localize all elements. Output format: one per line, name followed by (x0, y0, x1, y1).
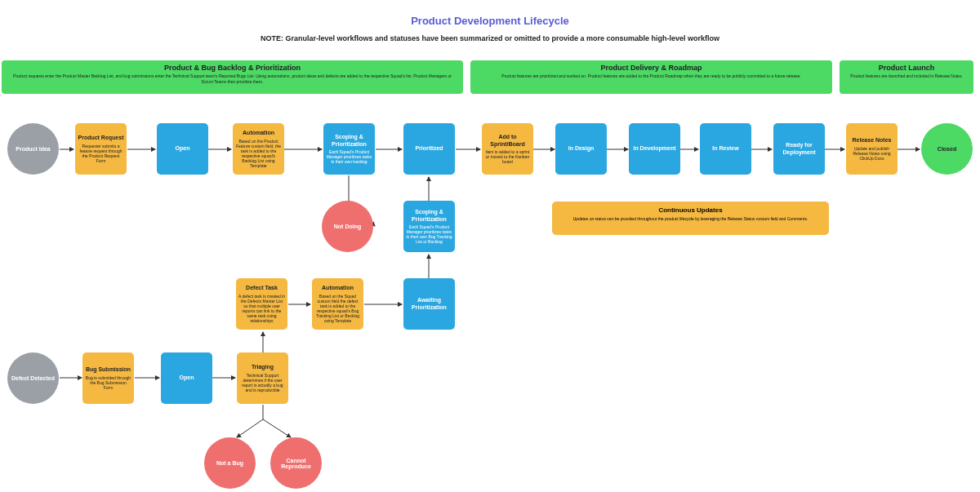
node-closed: Closed (921, 123, 973, 175)
phase-desc: Product requests enter the Product Maste… (8, 73, 457, 84)
node-title: Automation (322, 285, 354, 291)
node-title: Open (180, 375, 194, 381)
node-title: Scoping & Prioritization (406, 209, 452, 223)
node-awaiting: Awaiting Prioritization (403, 278, 455, 330)
node-automation-1: Automation Based on the Product Feature … (233, 123, 284, 175)
node-title: Open (176, 145, 190, 152)
node-in-development: In Development (629, 123, 680, 175)
phase-desc: Product features are launched and includ… (846, 73, 967, 79)
node-scoping-1: Scoping & Prioritization Each Squad's Pr… (323, 123, 375, 175)
node-title: Release Notes (853, 137, 892, 144)
node-desc: Requester submits a feature request thro… (78, 144, 124, 163)
node-scoping-2: Scoping & Prioritization Each Squad's Pr… (403, 201, 455, 252)
node-automation-2: Automation Based on the Squad custom fie… (312, 278, 363, 330)
phase-backlog: Product & Bug Backlog & Prioritization P… (2, 60, 463, 94)
node-title: In Development (633, 145, 675, 152)
node-defect-detected: Defect Detected (7, 352, 59, 404)
node-desc: Technical Support determines if the user… (239, 373, 286, 392)
node-bug-submission: Bug Submission Bug is submitted through … (82, 352, 134, 404)
page-subtitle: NOTE: Granular-level workflows and statu… (0, 34, 980, 42)
page-title: Product Development Lifecycle (0, 15, 980, 27)
node-title: Defect Task (246, 285, 278, 291)
node-desc: Bug is submitted through the Bug Submiss… (85, 375, 131, 390)
node-title: Add to Sprint/Board (484, 134, 531, 148)
node-add-sprint: Add to Sprint/Board Item is added to a s… (482, 123, 533, 175)
node-title: Awaiting Prioritization (406, 297, 452, 311)
phase-title: Product & Bug Backlog & Prioritization (8, 64, 457, 72)
node-desc: Based on the Product Feature custom fiel… (235, 139, 282, 168)
node-desc: Update and publish Release Notes using C… (849, 146, 895, 161)
node-prioritized: Prioritized (403, 123, 455, 175)
node-title: Bug Submission (86, 366, 131, 373)
node-release-notes: Release Notes Update and publish Release… (846, 123, 898, 175)
node-title: Ready for Deployment (776, 142, 822, 156)
node-title: Automation (243, 130, 274, 136)
node-defect-task: Defect Task A defect task is created in … (236, 278, 287, 330)
node-in-review: In Review (700, 123, 751, 175)
band-desc: Updates on status can be provided throug… (557, 216, 824, 221)
band-continuous-updates: Continuous Updates Updates on status can… (552, 202, 829, 235)
svg-line-23 (237, 419, 263, 437)
svg-line-24 (263, 419, 291, 437)
node-open-1: Open (157, 123, 208, 175)
node-title: Prioritized (415, 145, 443, 152)
node-open-2: Open (161, 352, 212, 404)
node-cannot-reproduce: Cannot Reproduce (270, 437, 322, 489)
band-title: Continuous Updates (557, 206, 824, 214)
node-in-design: In Design (555, 123, 607, 175)
phase-launch: Product Launch Product features are laun… (840, 60, 973, 94)
node-title: Product Request (78, 135, 123, 141)
node-title: In Design (568, 145, 595, 152)
node-title: Scoping & Prioritization (326, 134, 372, 148)
phase-title: Product Delivery & Roadmap (477, 64, 826, 72)
node-not-doing: Not Doing (322, 201, 373, 252)
node-not-a-bug: Not a Bug (204, 437, 256, 489)
node-desc: A defect task is created in the Defects … (238, 294, 285, 323)
node-product-idea: Product Idea (7, 123, 59, 175)
node-triaging: Triaging Technical Support determines if… (237, 352, 288, 404)
phase-title: Product Launch (846, 64, 967, 72)
node-title: Triaging (252, 364, 274, 370)
node-ready-deploy: Ready for Deployment (773, 123, 825, 175)
node-desc: Each Squad's Product Manager prioritizes… (326, 149, 372, 164)
node-product-request: Product Request Requester submits a feat… (75, 123, 127, 175)
node-title: In Review (712, 145, 738, 152)
phase-delivery: Product Delivery & Roadmap Product featu… (470, 60, 832, 94)
node-desc: Based on the Squad custom field the defe… (314, 294, 361, 323)
phase-desc: Product features are prioritized and wor… (477, 73, 826, 79)
node-desc: Item is added to a sprint or moved to th… (484, 149, 531, 164)
node-desc: Each Squad's Product Manager prioritizes… (406, 224, 452, 244)
